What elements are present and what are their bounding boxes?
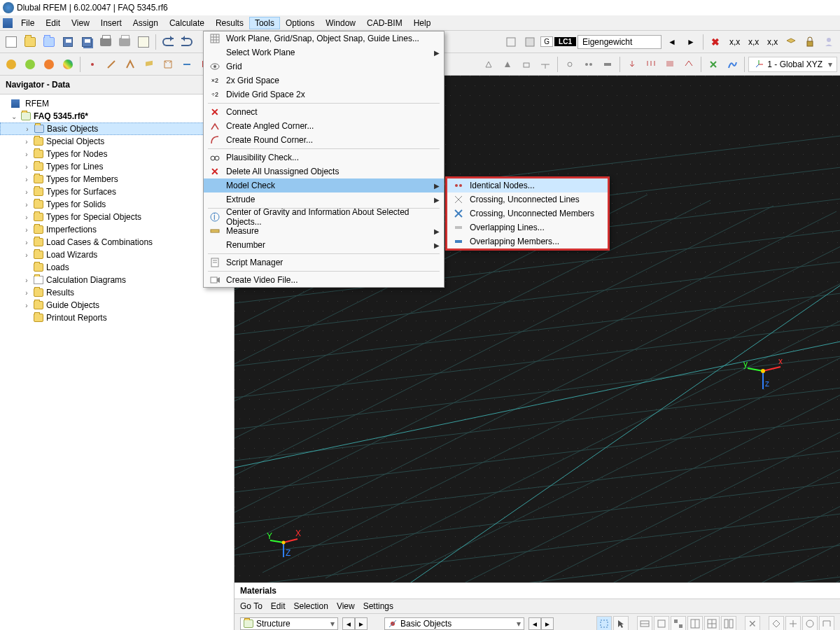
tools-menu-item[interactable]: ×22x Grid Space [204, 74, 444, 88]
menu-options[interactable]: Options [280, 17, 320, 29]
menu-cad-bim[interactable]: CAD-BIM [361, 17, 408, 29]
load-btn-4[interactable] [680, 56, 697, 73]
tools-menu-item[interactable]: ✕Delete All Unassigned Objects [204, 164, 444, 178]
tools-menu-item[interactable]: ✕Connect [204, 105, 444, 119]
tree-item[interactable]: ›Types for Surfaces [0, 186, 234, 198]
obj-btn-4[interactable] [141, 56, 158, 73]
tree-item[interactable]: ›Imperfections [0, 223, 234, 236]
obj-btn-6[interactable] [178, 56, 195, 73]
tree-item[interactable]: ›Load Cases & Combinations [0, 236, 234, 248]
support-btn-1[interactable] [480, 56, 497, 73]
tree-root[interactable]: RFEM [0, 97, 234, 110]
mode-btn-3[interactable] [41, 56, 57, 73]
print-preview-button[interactable] [116, 34, 133, 50]
tools-menu-item[interactable]: Create Round Corner... [204, 133, 444, 147]
tools-menu-item[interactable]: Plausibility Check... [204, 150, 444, 164]
tools-menu-item[interactable]: Create Angled Corner... [204, 119, 444, 133]
support-btn-4[interactable] [537, 56, 554, 73]
tree-item[interactable]: ›Calculation Diagrams [0, 274, 234, 286]
tools-menu-item[interactable]: Grid [204, 59, 444, 74]
combo1-next[interactable]: ► [355, 617, 368, 630]
bp-close-icon[interactable]: ✕ [745, 616, 760, 630]
menu-tools[interactable]: Tools [249, 17, 280, 29]
bp-ic-7[interactable] [704, 616, 720, 630]
navigator-tree[interactable]: RFEM ⌄ FAQ 5345.rf6* ›Basic Objects›Spec… [0, 94, 234, 630]
tools-menu-item[interactable]: iCenter of Gravity and Information About… [204, 210, 444, 224]
dim-btn-3[interactable]: x,x [764, 34, 780, 50]
hinge-btn-2[interactable] [580, 56, 597, 73]
tools-menu-item[interactable]: Select Work Plane▶ [204, 46, 444, 59]
tree-file[interactable]: ⌄ FAQ 5345.rf6* [0, 110, 234, 122]
bp-ic-3[interactable] [637, 616, 652, 630]
lock-button[interactable] [802, 34, 818, 50]
tree-item[interactable]: Loads [0, 261, 234, 274]
undo-button[interactable] [160, 34, 176, 50]
bp-ic-9[interactable] [769, 616, 784, 630]
model-check-item[interactable]: Overlapping Lines... [447, 220, 608, 234]
open-button[interactable] [22, 34, 38, 50]
menu-calculate[interactable]: Calculate [164, 17, 210, 29]
combo2-next[interactable]: ► [541, 617, 554, 630]
tree-item[interactable]: Printout Reports [0, 312, 234, 324]
menu-view[interactable]: View [66, 17, 95, 29]
tools-menu-item[interactable]: Create Video File... [204, 273, 444, 287]
hinge-btn-3[interactable] [599, 56, 616, 73]
bottom-menu-go-to[interactable]: Go To [240, 601, 262, 611]
tree-item[interactable]: ›Types for Lines [0, 160, 234, 173]
bp-ic-5[interactable] [671, 616, 686, 630]
view-button-2[interactable] [522, 34, 538, 50]
tree-item[interactable]: ›Types for Special Objects [0, 211, 234, 223]
tools-menu-item[interactable]: Renumber▶ [204, 238, 444, 252]
mode-btn-1[interactable] [3, 56, 20, 73]
objects-combo[interactable]: Basic Objects ▾ [384, 617, 524, 630]
tools-menu-item[interactable]: Script Manager [204, 255, 444, 270]
bp-cursor-icon[interactable] [613, 616, 629, 630]
menu-results[interactable]: Results [210, 17, 249, 29]
tools-menu-item[interactable]: Extrude▶ [204, 192, 444, 206]
bp-ic-8[interactable] [721, 616, 736, 630]
bottom-menu-edit[interactable]: Edit [271, 601, 286, 611]
redo-button[interactable] [178, 34, 195, 50]
app-menu-icon[interactable] [3, 18, 13, 28]
layers-button[interactable] [783, 34, 799, 50]
coordinate-system-combo[interactable]: 1 - Global XYZ ▾ [748, 57, 837, 72]
tools-menu-item[interactable]: ÷2Divide Grid Space 2x [204, 88, 444, 102]
bp-ic-10[interactable] [785, 616, 801, 630]
bp-ic-4[interactable] [654, 616, 669, 630]
print-button[interactable] [97, 34, 114, 50]
dim-btn-2[interactable]: x,x [745, 34, 762, 50]
bottom-menu-selection[interactable]: Selection [294, 601, 328, 611]
menu-edit[interactable]: Edit [40, 17, 66, 29]
lc-prev[interactable]: ◄ [664, 34, 680, 50]
hinge-btn-1[interactable] [561, 56, 578, 73]
obj-btn-5[interactable] [160, 56, 176, 73]
close-button[interactable] [41, 34, 57, 50]
menu-assign[interactable]: Assign [127, 17, 164, 29]
dim-btn-1[interactable]: x,x [726, 34, 743, 50]
model-check-item[interactable]: Crossing, Unconnected Lines [447, 192, 608, 206]
tree-item[interactable]: ›Types for Members [0, 173, 234, 186]
menu-window[interactable]: Window [320, 17, 361, 29]
view-button-1[interactable] [503, 34, 519, 50]
model-check-item[interactable]: Overlapping Members... [447, 234, 608, 248]
support-btn-2[interactable] [499, 56, 516, 73]
mode-btn-2[interactable] [22, 56, 38, 73]
obj-btn-3[interactable] [122, 56, 139, 73]
tree-item[interactable]: ›Types for Nodes [0, 148, 234, 160]
calc-btn[interactable] [705, 56, 722, 73]
tools-menu-item[interactable]: Model Check▶ [204, 178, 444, 192]
tree-item[interactable]: ›Special Objects [0, 135, 234, 148]
save-button[interactable] [59, 34, 76, 50]
menu-file[interactable]: File [15, 17, 40, 29]
bottom-menu-settings[interactable]: Settings [363, 601, 393, 611]
tree-item[interactable]: ›Types for Solids [0, 198, 234, 211]
tree-item[interactable]: ›Basic Objects [0, 122, 234, 135]
bp-ic-6[interactable] [687, 616, 703, 630]
bp-ic-11[interactable] [802, 616, 818, 630]
users-button[interactable] [820, 34, 837, 50]
delete-x-button[interactable]: ✖ [707, 34, 724, 50]
tree-item[interactable]: ›Results [0, 286, 234, 299]
menu-insert[interactable]: Insert [95, 17, 127, 29]
saveall-button[interactable] [78, 34, 95, 50]
model-check-item[interactable]: Identical Nodes... [447, 178, 608, 192]
